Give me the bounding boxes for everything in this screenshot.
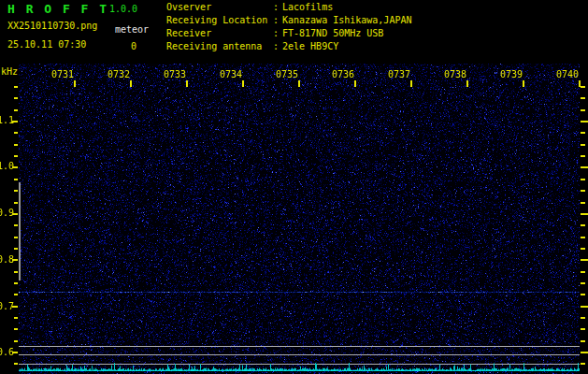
mode-label: meteor xyxy=(115,24,149,35)
minute-tick xyxy=(354,80,356,87)
info-label: Receiver xyxy=(166,27,273,40)
minute-tick xyxy=(74,80,76,87)
freq-tick-right xyxy=(581,132,585,134)
freq-tick-left xyxy=(14,224,18,226)
freq-tick-right xyxy=(581,271,585,273)
time-label: 0740 xyxy=(554,69,579,79)
freq-tick-right xyxy=(581,202,585,204)
freq-tick-right xyxy=(581,352,588,353)
info-label: Receiving Location xyxy=(166,14,273,27)
freq-tick-left xyxy=(14,132,18,134)
freq-label: 0.6 xyxy=(0,347,12,357)
freq-tick-left xyxy=(14,282,18,284)
station-info-block: Ovserver : Lacofilms Receiving Location … xyxy=(166,1,587,53)
freq-tick-right xyxy=(581,121,588,122)
freq-tick-left xyxy=(14,340,18,342)
freq-tick-left xyxy=(14,109,18,111)
minute-tick xyxy=(466,80,468,87)
time-label: 0737 xyxy=(386,69,410,79)
freq-tick-left xyxy=(14,363,18,365)
freq-tick-right xyxy=(581,166,588,168)
info-row-observer: Ovserver : Lacofilms xyxy=(166,1,587,14)
freq-tick-right xyxy=(581,179,585,180)
freq-tick-left xyxy=(14,271,18,273)
info-colon: : xyxy=(273,1,282,14)
freq-tick-right xyxy=(581,190,585,192)
freq-tick-right xyxy=(581,259,588,261)
meteor-count: 0 xyxy=(131,41,136,51)
freq-tick-right xyxy=(581,224,585,226)
minute-tick xyxy=(242,80,244,87)
observation-datetime: 25.10.11 07:30 xyxy=(7,39,86,50)
freq-tick-right xyxy=(581,237,585,238)
time-label: 0739 xyxy=(498,69,523,79)
freq-unit-label: kHz xyxy=(1,66,18,77)
freq-tick-left xyxy=(14,248,18,250)
freq-tick-right xyxy=(581,248,585,250)
info-colon: : xyxy=(273,27,282,40)
freq-tick-left xyxy=(14,190,18,192)
hrofft-window: H R O F F T 1.0.0 XX2510110730.png meteo… xyxy=(0,0,588,374)
freq-tick-left xyxy=(14,179,18,180)
minute-tick xyxy=(523,80,524,87)
output-filename: XX2510110730.png xyxy=(7,21,97,31)
info-colon: : xyxy=(273,40,282,53)
freq-tick-right xyxy=(581,317,585,319)
info-row-antenna: Receiving antenna : 2ele HB9CY xyxy=(166,40,587,53)
info-row-receiver: Receiver : FT-817ND 50MHz USB xyxy=(166,27,587,40)
freq-tick-left xyxy=(14,86,18,88)
freq-label: 0.7 xyxy=(0,301,12,311)
info-row-location: Receiving Location : Kanazawa Ishikawa,J… xyxy=(166,14,587,27)
freq-tick-left xyxy=(14,294,18,295)
freq-tick-right xyxy=(581,155,585,157)
info-value: 2ele HB9CY xyxy=(282,40,338,53)
time-label: 0732 xyxy=(106,69,130,79)
freq-tick-right xyxy=(581,340,585,342)
freq-tick-right xyxy=(581,363,585,365)
time-label: 0738 xyxy=(442,69,466,79)
freq-tick-left xyxy=(14,328,18,330)
time-label: 0736 xyxy=(330,69,354,79)
freq-tick-right xyxy=(581,282,585,284)
info-label: Receiving antenna xyxy=(166,40,273,53)
time-label: 0733 xyxy=(162,69,186,79)
freq-label: 1.1 xyxy=(0,115,12,125)
info-colon: : xyxy=(273,14,282,27)
app-version: 1.0.0 xyxy=(109,4,137,14)
info-value: Lacofilms xyxy=(282,1,333,14)
spectrogram-canvas xyxy=(19,64,580,374)
freq-tick-left xyxy=(14,97,18,99)
freq-tick-right xyxy=(581,328,585,330)
freq-tick-right xyxy=(581,144,585,146)
info-value: FT-817ND 50MHz USB xyxy=(282,27,383,40)
freq-tick-left xyxy=(14,317,18,319)
freq-tick-right xyxy=(581,86,585,88)
freq-tick-right xyxy=(581,306,588,308)
freq-label: 0.9 xyxy=(0,208,12,218)
freq-tick-left xyxy=(14,202,18,204)
freq-tick-left xyxy=(14,144,18,146)
freq-tick-left xyxy=(14,155,18,157)
freq-tick-right xyxy=(581,213,588,215)
time-label: 0731 xyxy=(50,69,74,79)
minute-tick xyxy=(186,80,188,87)
freq-tick-right xyxy=(581,294,585,295)
freq-label: 1.0 xyxy=(0,161,12,171)
info-label: Ovserver xyxy=(166,1,273,14)
time-label: 0734 xyxy=(218,69,242,79)
info-value: Kanazawa Ishikawa,JAPAN xyxy=(282,14,411,27)
app-title: H R O F F T xyxy=(7,2,108,16)
minute-tick xyxy=(130,80,132,87)
time-label: 0735 xyxy=(274,69,298,79)
freq-label: 0.8 xyxy=(0,254,12,265)
minute-tick xyxy=(410,80,412,87)
freq-tick-left xyxy=(14,237,18,238)
minute-tick xyxy=(298,80,300,87)
freq-tick-right xyxy=(581,109,585,111)
freq-tick-right xyxy=(581,97,585,99)
